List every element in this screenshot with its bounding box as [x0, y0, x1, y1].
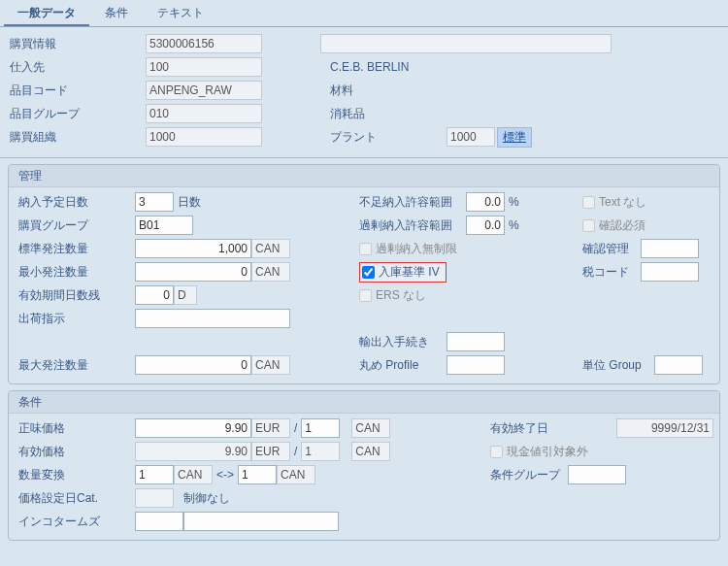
management-group: 管理 納入予定日数 日数 不足納入許容範囲 % Text なし 購買グループ	[8, 164, 720, 384]
vendor-desc: C.E.B. BERLIN	[330, 60, 409, 74]
qtyconv-to[interactable]	[238, 465, 277, 484]
management-title: 管理	[9, 165, 719, 187]
tab-general[interactable]: 一般データ	[4, 2, 89, 26]
gr-based-iv-check[interactable]: 入庫基準 IV	[362, 264, 440, 281]
plant-standard-link[interactable]: 標準	[497, 127, 532, 148]
info-record-label: 購買情報	[10, 36, 146, 52]
material-label: 品目コード	[10, 83, 146, 99]
remaining-label: 有効期間日数残	[18, 287, 135, 304]
conf-required-check[interactable]: 確認必須	[582, 217, 645, 234]
taxcode-field[interactable]	[641, 262, 699, 282]
unitgrp-label: 単位 Group	[582, 357, 654, 374]
validto-label: 有効終了日	[490, 420, 568, 437]
slash1: /	[290, 421, 301, 435]
underdel-field[interactable]	[466, 192, 505, 212]
conditions-title: 条件	[9, 391, 719, 414]
tab-text[interactable]: テキスト	[144, 2, 217, 26]
pct1: %	[505, 195, 523, 209]
cashdisc-check[interactable]: 現金値引対象外	[490, 444, 588, 460]
underdel-label: 不足納入許容範囲	[359, 194, 466, 211]
remaining-unit	[174, 285, 197, 305]
overdel-label: 過剰納入許容範囲	[359, 217, 466, 234]
validto-field[interactable]	[616, 418, 713, 438]
slash2: /	[290, 445, 301, 458]
netprice-field[interactable]	[135, 418, 251, 438]
material-field[interactable]	[146, 81, 262, 100]
pgrp-field[interactable]	[135, 216, 193, 235]
netprice-unit	[351, 418, 390, 438]
maxqty-unit	[251, 355, 290, 375]
stdqty-label: 標準発注数量	[18, 241, 135, 257]
plant-field[interactable]	[447, 127, 495, 147]
effprice-field	[135, 442, 251, 461]
info-record-desc	[320, 34, 612, 53]
stdqty-unit	[251, 239, 290, 258]
effprice-per	[301, 442, 340, 461]
roundprof-label: 丸め Profile	[359, 357, 447, 374]
overdel-field[interactable]	[466, 216, 505, 235]
confmgmt-field[interactable]	[641, 239, 699, 258]
incoterms-code[interactable]	[135, 512, 183, 531]
shipping-field[interactable]	[135, 309, 290, 328]
porg-field[interactable]	[146, 127, 262, 147]
minqty-field[interactable]	[135, 262, 251, 282]
netprice-per[interactable]	[301, 418, 340, 438]
minqty-unit	[251, 262, 290, 282]
effprice-unit	[351, 442, 390, 461]
confmgmt-label: 確認管理	[582, 241, 641, 257]
header-section: 購買情報 仕入先 C.E.B. BERLIN 品目コード 材料 品目グループ 消…	[0, 27, 728, 158]
remaining-field[interactable]	[135, 285, 174, 305]
export-field[interactable]	[447, 332, 505, 351]
vendor-label: 仕入先	[10, 59, 146, 76]
condgrp-label: 条件グループ	[490, 467, 568, 483]
info-record-field[interactable]	[146, 34, 262, 53]
pldel-label: 納入予定日数	[18, 194, 135, 211]
pct2: %	[505, 218, 523, 232]
vendor-field[interactable]	[146, 57, 262, 77]
roundprof-field[interactable]	[447, 355, 505, 375]
incoterms-text[interactable]	[183, 512, 339, 531]
qtyconv-arrow: <->	[213, 468, 238, 482]
qtyconv-to-unit	[277, 465, 315, 484]
pgrp-label: 購買グループ	[18, 217, 135, 234]
gr-based-iv-highlight: 入庫基準 IV	[359, 262, 447, 283]
porg-label: 購買組織	[10, 129, 146, 146]
condgrp-field[interactable]	[568, 465, 626, 484]
netprice-label: 正味価格	[18, 420, 135, 437]
tabstrip: 一般データ 条件 テキスト	[0, 0, 728, 27]
material-desc: 材料	[330, 83, 353, 99]
effprice-label: 有効価格	[18, 444, 135, 460]
tab-conditions[interactable]: 条件	[91, 2, 142, 26]
pricedate-label: 価格設定日Cat.	[18, 490, 135, 507]
maxqty-field[interactable]	[135, 355, 251, 375]
taxcode-label: 税コード	[582, 264, 641, 281]
matgroup-field[interactable]	[146, 104, 262, 123]
pricedate-desc: 制御なし	[183, 490, 230, 507]
export-label: 輸出入手続き	[359, 334, 447, 350]
minqty-label: 最小発注数量	[18, 264, 135, 281]
text-none-check[interactable]: Text なし	[582, 194, 646, 211]
unlimited-check[interactable]: 過剰納入無制限	[359, 241, 457, 257]
matgroup-desc: 消耗品	[330, 106, 365, 122]
ers-none-check[interactable]: ERS なし	[359, 287, 426, 304]
stdqty-field[interactable]	[135, 239, 251, 258]
pldel-field[interactable]	[135, 192, 174, 212]
unitgrp-field[interactable]	[654, 355, 703, 375]
pldel-unit: 日数	[174, 194, 205, 211]
effprice-cur	[251, 442, 290, 461]
qtyconv-label: 数量変換	[18, 467, 135, 483]
maxqty-label: 最大発注数量	[18, 357, 135, 374]
incoterms-label: インコタームズ	[18, 514, 135, 530]
matgroup-label: 品目グループ	[10, 106, 146, 122]
shipping-label: 出荷指示	[18, 311, 135, 327]
qtyconv-from[interactable]	[135, 465, 174, 484]
pricedate-field[interactable]	[135, 488, 174, 508]
plant-label: プラント	[330, 129, 447, 146]
netprice-cur	[251, 418, 290, 438]
qtyconv-from-unit	[174, 465, 213, 484]
conditions-group: 条件 正味価格 / 有効終了日 有効価格 /	[8, 390, 720, 541]
